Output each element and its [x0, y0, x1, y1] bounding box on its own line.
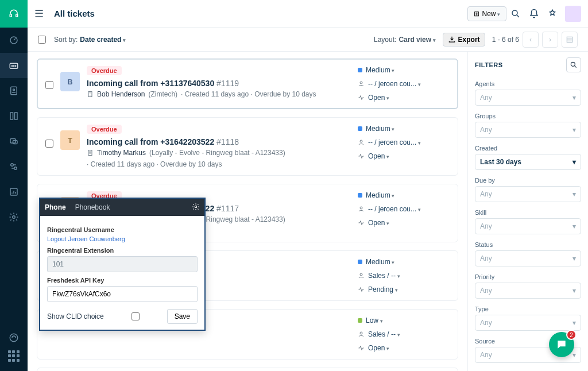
app-launcher-icon[interactable] [8, 350, 20, 362]
list-toolbar: Sort by: Date created Layout: Card view … [28, 28, 588, 52]
rc-logout-link[interactable]: Logout Jeroen Couwenberg [47, 235, 198, 242]
page-next-button[interactable]: › [542, 32, 558, 48]
svg-point-6 [15, 65, 16, 67]
rail-contacts[interactable] [0, 78, 28, 103]
svg-rect-0 [10, 14, 11, 17]
status-dropdown[interactable]: Open [358, 152, 450, 160]
ticket-checkbox[interactable] [45, 81, 53, 89]
ticket-card[interactable]: B Overdue Incoming call from +3113764053… [37, 59, 458, 109]
status-icon [358, 153, 365, 160]
ticket-title[interactable]: Incoming call from +31137640530 #1119 [87, 79, 351, 88]
priority-dropdown[interactable]: Medium [358, 258, 450, 266]
sort-label: Sort by: [54, 36, 78, 44]
svg-point-25 [360, 332, 362, 334]
export-button[interactable]: Export [443, 33, 485, 47]
rail-analytics[interactable] [0, 179, 28, 204]
ticket-title[interactable]: Incoming call from +31642203522 #1118 [87, 137, 351, 146]
building-icon [87, 91, 94, 98]
priority-dropdown[interactable]: Medium [358, 191, 450, 199]
status-dropdown[interactable]: Open [358, 219, 450, 227]
page-prev-button[interactable]: ‹ [523, 32, 539, 48]
filter-select[interactable]: Any▾ [475, 122, 581, 138]
clid-checkbox[interactable] [131, 312, 140, 320]
user-avatar[interactable] [565, 6, 581, 22]
chevron-down-icon: ▾ [572, 287, 576, 295]
rail-automation[interactable] [0, 154, 28, 179]
svg-point-5 [13, 65, 14, 67]
assignee-dropdown[interactable]: Sales / -- [358, 272, 450, 280]
rc-extension-label: Ringcentral Extension [47, 247, 198, 254]
phone-tab-phonebook[interactable]: Phonebook [75, 203, 110, 211]
requester-avatar: T [60, 130, 80, 150]
status-dropdown[interactable]: Open [358, 344, 450, 352]
chevron-down-icon: ▾ [572, 126, 576, 134]
ticket-card[interactable]: Low -- / -- Open [37, 368, 458, 371]
chevron-down-icon: ▾ [572, 254, 576, 262]
table-view-button[interactable] [562, 32, 578, 48]
svg-point-4 [11, 65, 13, 67]
priority-dropdown[interactable]: Low [358, 316, 450, 324]
assignee-dropdown[interactable]: -- / jeroen cou... [358, 205, 450, 213]
new-button[interactable]: ⊞ New [467, 6, 506, 21]
status-dropdown[interactable]: Pending [358, 285, 450, 293]
assignee-dropdown[interactable]: Sales / -- [358, 330, 450, 338]
rail-dashboard[interactable] [0, 28, 28, 53]
user-icon [358, 80, 365, 87]
ticket-meta: Bob Henderson (Zimtech) · Created 11 day… [87, 90, 351, 98]
assignee-dropdown[interactable]: -- / jeroen cou... [358, 138, 450, 146]
fd-apikey-input[interactable] [47, 286, 198, 302]
filter-label: Agents [475, 80, 581, 87]
ticket-checkbox[interactable] [45, 140, 53, 148]
chevron-down-icon: ▾ [572, 222, 576, 230]
status-dropdown[interactable]: Open [358, 94, 450, 102]
filter-label: Priority [475, 273, 581, 280]
filters-search-button[interactable] [566, 57, 581, 72]
svg-point-16 [512, 10, 517, 16]
priority-dropdown[interactable]: Medium [358, 125, 450, 133]
svg-point-8 [13, 89, 15, 91]
rc-username-label: Ringcentral Username [47, 226, 198, 233]
chat-badge: 2 [566, 330, 577, 340]
filter-select[interactable]: Any▾ [475, 250, 581, 266]
ticket-card[interactable]: T Overdue Incoming call from +3164220352… [37, 117, 458, 176]
rail-phone-toggle[interactable] [0, 325, 28, 350]
priority-dropdown[interactable]: Medium [358, 66, 450, 74]
chevron-down-icon: ▾ [572, 319, 576, 327]
filter-select[interactable]: Any▾ [475, 315, 581, 331]
svg-point-27 [571, 62, 575, 66]
rail-social[interactable] [0, 129, 28, 154]
filter-label: Skill [475, 209, 581, 216]
chat-icon [556, 339, 567, 350]
svg-rect-17 [567, 37, 572, 42]
phone-widget: Phone Phonebook Ringcentral Username Log… [39, 198, 206, 331]
filter-select[interactable]: Any▾ [475, 186, 581, 202]
chat-fab[interactable]: 2 [549, 332, 574, 357]
hamburger-icon[interactable]: ☰ [34, 7, 44, 20]
filter-label: Created [475, 145, 581, 152]
rail-admin[interactable] [0, 204, 28, 230]
notifications-icon[interactable] [525, 5, 543, 23]
page-title: All tickets [54, 9, 95, 18]
filter-select[interactable]: Any▾ [475, 283, 581, 299]
select-all-checkbox[interactable] [38, 36, 46, 44]
brand-logo[interactable] [0, 0, 28, 28]
phone-save-button[interactable]: Save [167, 309, 198, 324]
freddy-ai-icon[interactable] [543, 5, 562, 23]
layout-dropdown[interactable]: Card view [399, 36, 435, 44]
filter-select[interactable]: Any▾ [475, 90, 581, 106]
rail-tickets[interactable] [0, 53, 28, 78]
rc-extension-input[interactable] [47, 256, 198, 272]
svg-point-23 [360, 207, 362, 209]
filter-select[interactable]: Any▾ [475, 218, 581, 234]
ticket-meta: Timothy Markus (Loyally - Evolve - Ringw… [87, 149, 351, 168]
chevron-down-icon: ▾ [572, 94, 576, 102]
search-icon[interactable] [506, 5, 525, 23]
rail-solutions[interactable] [0, 103, 28, 129]
user-icon [358, 331, 365, 338]
phone-settings-icon[interactable] [192, 203, 200, 212]
assignee-dropdown[interactable]: -- / jeroen cou... [358, 80, 450, 88]
status-icon [358, 94, 365, 101]
filter-select[interactable]: Last 30 days▾ [475, 154, 581, 170]
sort-dropdown[interactable]: Date created [80, 36, 126, 44]
phone-tab-phone[interactable]: Phone [45, 203, 66, 211]
